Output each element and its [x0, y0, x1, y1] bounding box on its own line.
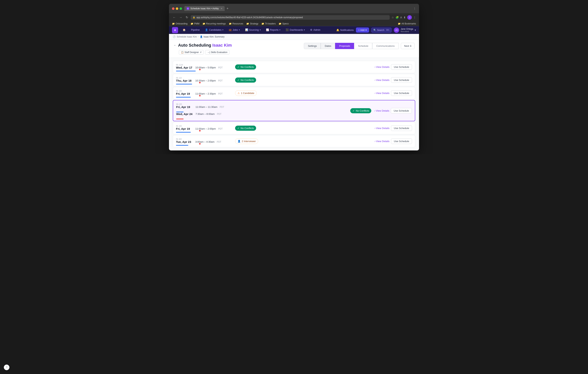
- nav-item-admin[interactable]: ⚙ Admin: [308, 26, 323, 34]
- step-settings[interactable]: Settings: [304, 43, 321, 49]
- view-details-button-2[interactable]: › View Details: [375, 79, 389, 82]
- back-arrow-icon: ←: [174, 43, 177, 47]
- new-tab-button[interactable]: +: [225, 6, 230, 11]
- url-text: app.ashbyhq.com/schedules/9e69ac40-f6af-…: [196, 16, 303, 19]
- use-schedule-button-6[interactable]: Use Schedule: [391, 139, 412, 144]
- view-details-button-3[interactable]: › View Details: [375, 92, 389, 95]
- reload-button[interactable]: ↻: [185, 15, 189, 20]
- forward-nav-button[interactable]: →: [178, 15, 183, 20]
- app-nav: A 🏠 Pipeline 👤 Candidates ▾ 💼 Jobs ▾ 📊 S…: [169, 26, 419, 34]
- card-multi-4: IN 2D Fri, Apr 19 11:00am – 11:30am PDT: [176, 103, 344, 118]
- card-left-6: IN 6D Tue, Apr 23 3:00am – 4:30am PDT: [176, 138, 229, 145]
- view-details-button-1[interactable]: › View Details: [375, 65, 389, 68]
- card-time-5: 11:00am – 2:00pm: [195, 127, 216, 130]
- card-actions-5: › View Details Use Schedule: [375, 125, 412, 131]
- extensions-button[interactable]: 🧩: [396, 16, 399, 19]
- nav-item-dashboards[interactable]: ⬛ Dashboards ▾: [284, 26, 307, 34]
- address-bar: ← → ↻ 🔒 app.ashbyhq.com/schedules/9e69ac…: [169, 13, 419, 21]
- search-icon: 🔍: [373, 29, 376, 32]
- bookmark-onboarding[interactable]: 📁 Onboarding: [172, 22, 188, 25]
- use-schedule-button-3[interactable]: Use Schedule: [391, 90, 412, 96]
- view-details-button-6[interactable]: › View Details: [375, 140, 389, 143]
- time-bar-3: [176, 95, 201, 96]
- card-date-row-3: Fri, Apr 19 11:00am – 2:30pm PDT: [176, 92, 229, 95]
- bookmark-specs[interactable]: 📁 Specs: [279, 22, 289, 25]
- sub-actions: 📋 Staff Designer ↗ →| Skills Evaluation: [174, 50, 232, 54]
- maximize-button[interactable]: [179, 7, 182, 10]
- bookmark-recurring[interactable]: 📁 Recurring meetings: [202, 22, 226, 25]
- no-conflicts-badge-5: ✓ No Conflicts: [235, 126, 256, 131]
- nav-item-candidates[interactable]: 👤 Candidates ▾: [203, 26, 226, 34]
- chevron-down-icon: ▾: [415, 29, 416, 32]
- bookmark-pmm[interactable]: 📁 PMM: [190, 22, 200, 25]
- schedule-card-3: IN 2D Fri, Apr 19 11:00am – 2:30pm PDT: [173, 87, 415, 99]
- card-time-3: 11:00am – 2:30pm: [195, 92, 216, 95]
- staff-designer-button[interactable]: 📋 Staff Designer ↗: [179, 50, 204, 54]
- chevron-right-icon: ›: [375, 127, 375, 129]
- folder-icon: 📁: [279, 22, 282, 25]
- active-tab[interactable]: A Schedule Isaac Kim • Ashby ✕: [184, 6, 225, 11]
- folder-icon: 📁: [229, 22, 232, 25]
- view-details-button-5[interactable]: › View Details: [375, 127, 389, 129]
- step-communications[interactable]: Communications: [372, 43, 399, 49]
- check-icon: ✓: [237, 127, 240, 129]
- bookmark-resources[interactable]: 📁 Resources: [229, 22, 243, 25]
- card-date-4a: Fri, Apr 19: [176, 105, 193, 108]
- user-menu[interactable]: JO Jane Ortega Nocobird ▾: [394, 27, 416, 33]
- nav-item-pipeline[interactable]: Pipeline: [189, 26, 202, 34]
- download-button[interactable]: ⬇: [403, 16, 406, 19]
- tab-close-icon[interactable]: ✕: [221, 7, 222, 10]
- bookmark-button[interactable]: ☆: [392, 16, 394, 19]
- bookmark-strategy[interactable]: 📁 Strategy: [246, 22, 258, 25]
- bookmark-ta-leaders[interactable]: 📁 TA leaders: [262, 22, 276, 25]
- card-time-4a: 11:00am – 11:30am: [196, 106, 218, 108]
- minimize-button[interactable]: [176, 7, 178, 10]
- search-button[interactable]: 🔍 Search ⌘K: [371, 28, 392, 32]
- browser-user-avatar[interactable]: J: [407, 15, 412, 20]
- chevron-right-icon: ›: [375, 79, 375, 82]
- notifications-button[interactable]: 🔔 Notifications: [336, 29, 354, 32]
- close-button[interactable]: [172, 7, 174, 10]
- use-schedule-button-1[interactable]: Use Schedule: [391, 64, 412, 70]
- info-icon: ℹ: [410, 44, 411, 47]
- breadcrumb-person-icon: 👤: [200, 35, 203, 38]
- chevron-down-icon: ▾: [239, 29, 240, 31]
- step-dates[interactable]: Dates: [321, 43, 335, 49]
- add-button[interactable]: + Add ▾: [356, 27, 369, 32]
- address-actions: ☆ 🧩 A ⬇ J ⋮: [392, 15, 416, 20]
- browser-settings-button[interactable]: ⋮: [413, 16, 416, 19]
- step-proposals[interactable]: Proposals: [335, 43, 354, 49]
- nav-item-sourcing[interactable]: 📊 Sourcing ▾: [243, 26, 263, 34]
- card-date-row-1: Wed, Apr 17 10:00am – 5:00pm PDT: [176, 66, 229, 69]
- check-icon: ✓: [237, 79, 240, 82]
- breadcrumb-parent-link[interactable]: Schedule Isaac Kim: [177, 35, 197, 38]
- schedule-card-2: IN 1D Thu, Apr 18 10:30am – 2:00pm PDT: [173, 74, 415, 86]
- use-schedule-button-5[interactable]: Use Schedule: [391, 125, 412, 131]
- step-schedule[interactable]: Schedule: [354, 43, 372, 49]
- arrow-right-icon: →|: [207, 51, 210, 53]
- browser-menu-button[interactable]: ⋮: [413, 7, 416, 10]
- card-date-6: Tue, Apr 23: [176, 140, 193, 143]
- back-nav-button[interactable]: ←: [172, 15, 177, 20]
- all-bookmarks-link[interactable]: 📁 All Bookmarks: [398, 22, 416, 25]
- nav-item-reports[interactable]: 📈 Reports ▾: [264, 26, 283, 34]
- app-logo[interactable]: A: [172, 27, 178, 33]
- back-button[interactable]: ←: [174, 43, 177, 47]
- nav-item-home[interactable]: 🏠: [180, 26, 188, 34]
- nav-item-jobs[interactable]: 💼 Jobs ▾: [226, 26, 242, 34]
- card-tz-3: PDT: [218, 92, 223, 95]
- ashby-ext-button[interactable]: A: [400, 16, 402, 19]
- use-schedule-button-2[interactable]: Use Schedule: [391, 77, 412, 83]
- url-bar[interactable]: 🔒 app.ashbyhq.com/schedules/9e69ac40-f6a…: [191, 15, 390, 20]
- next-button[interactable]: Next ℹ: [401, 43, 414, 49]
- card-status-1: ✓ No Conflicts: [235, 64, 256, 70]
- bell-icon: 🔔: [336, 29, 339, 32]
- breadcrumb-current: 👤 Isaac Kim: Summary: [200, 35, 224, 38]
- view-details-button-4[interactable]: › View Details: [374, 109, 389, 112]
- card-actions-2: › View Details Use Schedule: [375, 77, 412, 83]
- ashby-logo-icon: A: [187, 7, 189, 10]
- skills-evaluation-button[interactable]: →| Skills Evaluation: [205, 50, 230, 54]
- use-schedule-button-4[interactable]: Use Schedule: [391, 108, 412, 114]
- in-label-2: IN 1D: [176, 77, 229, 79]
- in-label-3: IN 2D: [176, 90, 229, 92]
